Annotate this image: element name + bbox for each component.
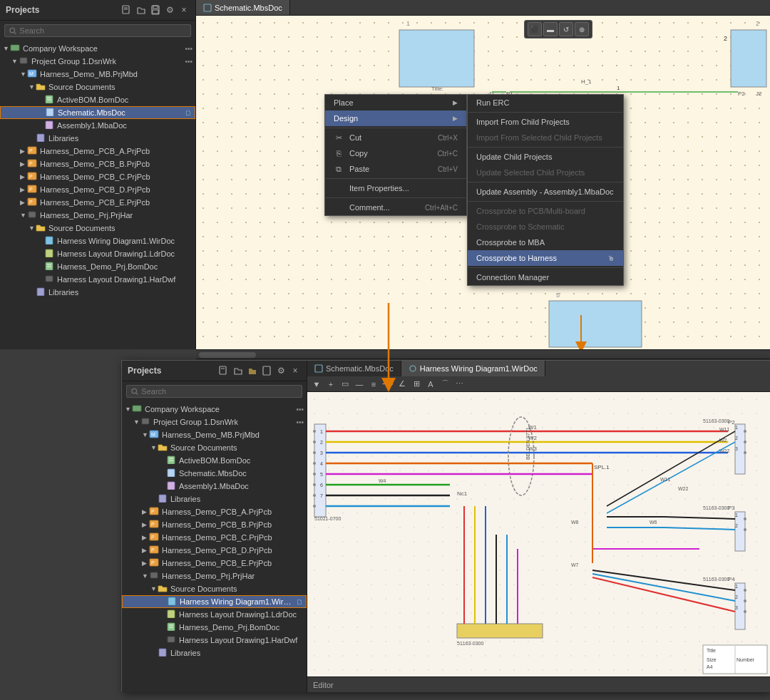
submenu-update-child[interactable]: Update Child Projects (468, 149, 623, 165)
toolbar-btn-4[interactable]: ⊕ (575, 22, 589, 36)
tree-item-harness_demo_pcb_d.prjpcb[interactable]: ▶PHarness_Demo_PCB_D.PrjPcb (122, 544, 307, 557)
tab-harness-wiring[interactable]: Harness Wiring Diagram1.WirDoc (401, 361, 545, 376)
submenu-connection-manager[interactable]: Connection Manager (468, 269, 623, 285)
add-btn[interactable]: + (324, 378, 337, 391)
menu-item-copy[interactable]: ⎘ Copy Ctrl+C (325, 145, 466, 161)
arc-btn[interactable]: ⌒ (438, 378, 451, 391)
tree-item-libraries[interactable]: Libraries (0, 132, 195, 145)
tree-item-activebom.bomdoc[interactable]: ActiveBOM.BomDoc (122, 454, 307, 467)
bus-btn[interactable]: ≡ (367, 378, 380, 391)
submenu-crossprobe-mba[interactable]: Crossprobe to MBA (468, 235, 623, 250)
tree-item-assembly1.mbadoc[interactable]: Assembly1.MbaDoc (122, 480, 307, 493)
tree-item-source-documents[interactable]: ▼Source Documents (122, 582, 307, 595)
tree-item-harness_demo_pcb_c.prjpcb[interactable]: ▶PHarness_Demo_PCB_C.PrjPcb (122, 531, 307, 544)
scrollbar-thumb[interactable] (199, 352, 256, 358)
more-btn[interactable]: ⋯ (453, 378, 466, 391)
tree-item-company-workspace[interactable]: ▼Company Workspace••• (122, 403, 307, 416)
tree-item-harness_demo_pcb_b.prjpcb[interactable]: ▶PHarness_Demo_PCB_B.PrjPcb (122, 518, 307, 531)
tab-schematic-b[interactable]: Schematic.MbsDoc (307, 361, 401, 376)
submenu-update-assembly[interactable]: Update Assembly - Assembly1.MbaDoc (468, 184, 623, 200)
new-file-icon[interactable] (121, 4, 133, 16)
submenu-crossprobe-harness[interactable]: Crossprobe to Harness 🖱 (468, 250, 623, 266)
tree-item-project-group-1.dsnwrk[interactable]: ▼Project Group 1.DsnWrk••• (0, 55, 195, 68)
svg-point-163 (744, 610, 746, 613)
tree-item-activebom.bomdoc[interactable]: ActiveBOM.BomDoc (0, 93, 195, 106)
text-btn[interactable]: A (424, 378, 437, 391)
tree-item-libraries[interactable]: Libraries (122, 647, 307, 659)
angle-btn[interactable]: ∠ (396, 378, 409, 391)
rect-btn[interactable]: ▭ (339, 378, 351, 391)
svg-text:Size: Size (707, 657, 717, 662)
tree-item-harness_demo_pcb_c.prjpcb[interactable]: ▶PHarness_Demo_PCB_C.PrjPcb (0, 170, 195, 183)
settings-icon-b[interactable]: ⚙ (275, 365, 287, 376)
svg-text:W4: W4 (379, 478, 386, 483)
toolbar-btn-3[interactable]: ↺ (559, 22, 573, 36)
new-file-icon-b[interactable] (218, 365, 230, 376)
save-icon[interactable] (150, 4, 161, 16)
menu-item-cut[interactable]: ✂ Cut Ctrl+X (325, 130, 466, 145)
tree-item-source-documents[interactable]: ▼Source Documents (0, 222, 195, 235)
tree-item-harness-wiring-diagram1.wirdoc[interactable]: Harness Wiring Diagram1.WirDoc🗋 (122, 595, 307, 608)
svg-point-146 (744, 528, 746, 531)
close-panel-icon[interactable]: × (178, 4, 190, 16)
settings-icon[interactable]: ⚙ (164, 4, 175, 16)
harness-svg: P1 1 2 3 4 5 6 7 (307, 392, 770, 678)
open-file-icon-b[interactable] (232, 365, 244, 376)
search-input-bottom[interactable] (141, 387, 297, 396)
tree-item-libraries[interactable]: Libraries (0, 286, 195, 299)
svg-text:W8: W8 (571, 520, 579, 525)
svg-rect-15 (46, 108, 53, 116)
tree-item-harness-layout-drawing1.hardwf[interactable]: Harness Layout Drawing1.HarDwf (0, 273, 195, 286)
line-btn[interactable]: — (353, 378, 366, 391)
tree-item-harness_demo_prj.bomdoc[interactable]: Harness_Demo_Prj.BomDoc (0, 260, 195, 273)
tree-item-project-group-1.dsnwrk[interactable]: ▼Project Group 1.DsnWrk••• (122, 416, 307, 428)
menu-item-comment[interactable]: Comment... Ctrl+Alt+C (325, 200, 466, 215)
toolbar-btn-2[interactable]: ▬ (543, 22, 558, 36)
tree-item-libraries[interactable]: Libraries (122, 493, 307, 505)
tree-item-source-documents[interactable]: ▼Source Documents (122, 441, 307, 454)
submenu-run-erc[interactable]: Run ERC (468, 95, 623, 110)
tree-item-harness_demo_mb.prjmbd[interactable]: ▼MHarness_Demo_MB.PrjMbd (0, 68, 195, 81)
tree-item-assembly1.mbadoc[interactable]: Assembly1.MbaDoc (0, 119, 195, 132)
tree-item-harness_demo_pcb_e.prjpcb[interactable]: ▶PHarness_Demo_PCB_E.PrjPcb (0, 196, 195, 209)
menu-item-place[interactable]: Place (325, 95, 466, 110)
tree-item-harness_demo_prj.prjhar[interactable]: ▼Harness_Demo_Prj.PrjHar (122, 570, 307, 582)
submenu-import-child[interactable]: Import From Child Projects (468, 114, 623, 130)
svg-text:5: 5 (320, 472, 323, 477)
tree-item-company-workspace[interactable]: ▼Company Workspace••• (0, 42, 195, 55)
sidebar-top-title: Projects (6, 5, 39, 15)
tree-item-harness_demo_prj.prjhar[interactable]: ▼Harness_Demo_Prj.PrjHar (0, 209, 195, 222)
tree-item-harness-layout-drawing1.hardwf[interactable]: Harness Layout Drawing1.HarDwf (122, 634, 307, 647)
tab-schematic[interactable]: Schematic.MbsDoc (196, 0, 290, 15)
tree-item-harness-wiring-diagram1.wirdoc[interactable]: Harness Wiring Diagram1.WirDoc (0, 235, 195, 247)
search-box-bottom[interactable] (126, 385, 302, 398)
svg-rect-9 (20, 58, 27, 63)
tree-item-harness_demo_mb.prjmbd[interactable]: ▼MHarness_Demo_MB.PrjMbd (122, 428, 307, 441)
sidebar-bottom: Projects ⚙ × (122, 361, 307, 692)
route-btn[interactable]: ⟶ (381, 378, 394, 391)
open-file-icon[interactable] (135, 4, 147, 16)
toolbar-btn-1[interactable]: ⬛ (528, 22, 542, 36)
tree-item-harness_demo_pcb_b.prjpcb[interactable]: ▶PHarness_Demo_PCB_B.PrjPcb (0, 158, 195, 170)
tree-item-harness_demo_prj.bomdoc[interactable]: Harness_Demo_Prj.BomDoc (122, 621, 307, 634)
svg-text:P: P (151, 560, 155, 565)
menu-item-paste[interactable]: ⧉ Paste Ctrl+V (325, 161, 466, 177)
menu-item-design[interactable]: Design (325, 110, 466, 126)
close-b-icon[interactable]: × (289, 365, 301, 376)
tree-item-source-documents[interactable]: ▼Source Documents (0, 81, 195, 93)
folder-icon-b[interactable] (247, 365, 258, 376)
tree-item-harness-layout-drawing1.ldrdoc[interactable]: Harness Layout Drawing1.LdrDoc (0, 247, 195, 260)
tree-item-schematic.mbsdoc[interactable]: Schematic.MbsDoc🗋 (0, 106, 195, 119)
table-btn[interactable]: ⊞ (410, 378, 423, 391)
menu-item-properties[interactable]: Item Properties... (325, 180, 466, 196)
tree-item-harness_demo_pcb_a.prjpcb[interactable]: ▶PHarness_Demo_PCB_A.PrjPcb (122, 505, 307, 518)
search-input-top[interactable] (19, 26, 186, 35)
search-box-top[interactable] (4, 24, 191, 37)
tree-item-harness_demo_pcb_e.prjpcb[interactable]: ▶PHarness_Demo_PCB_E.PrjPcb (122, 557, 307, 570)
tree-item-harness_demo_pcb_a.prjpcb[interactable]: ▶PHarness_Demo_PCB_A.PrjPcb (0, 145, 195, 158)
tree-item-harness_demo_pcb_d.prjpcb[interactable]: ▶PHarness_Demo_PCB_D.PrjPcb (0, 183, 195, 196)
filter-btn[interactable]: ▼ (310, 378, 323, 391)
tree-item-schematic.mbsdoc[interactable]: Schematic.MbsDoc (122, 467, 307, 480)
save-icon-b[interactable] (261, 365, 272, 376)
tree-item-harness-layout-drawing1.ldrdoc[interactable]: Harness Layout Drawing1.LdrDoc (122, 608, 307, 621)
